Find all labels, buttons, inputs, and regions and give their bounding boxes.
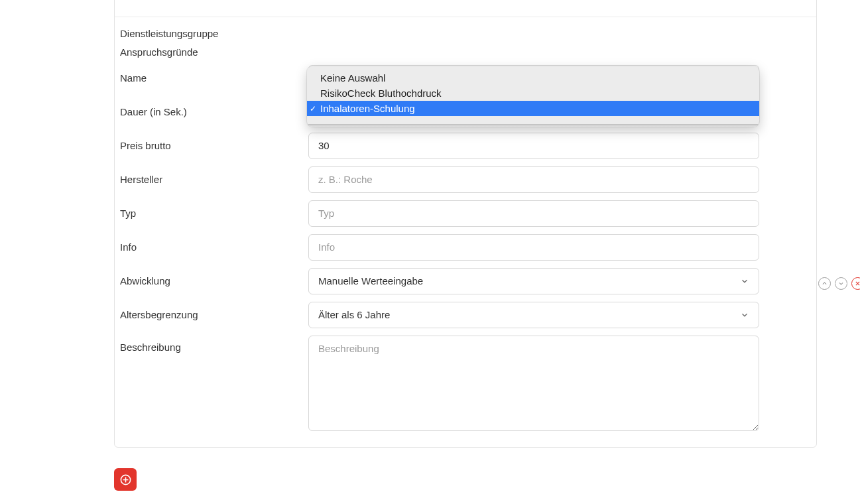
- altersbegrenzung-select[interactable]: Älter als 6 Jahre: [308, 302, 759, 328]
- chevron-down-icon: [740, 277, 749, 286]
- type-input[interactable]: [308, 200, 759, 227]
- form-panel: Keine Auswahl RisikoCheck Bluthochdruck …: [114, 0, 817, 448]
- dropdown-option[interactable]: RisikoCheck Bluthochdruck: [307, 86, 759, 101]
- label-typ: Typ: [115, 208, 308, 219]
- label-beschreibung: Beschreibung: [115, 336, 308, 353]
- dropdown-option-selected[interactable]: ✓ Inhalatoren-Schulung: [307, 101, 759, 116]
- info-input[interactable]: [308, 234, 759, 261]
- dienstleistungsgruppe-dropdown[interactable]: Keine Auswahl RisikoCheck Bluthochdruck …: [307, 66, 759, 127]
- top-row: [115, 0, 816, 17]
- label-info: Info: [115, 241, 308, 253]
- price-input[interactable]: [308, 133, 759, 159]
- label-preis: Preis brutto: [115, 140, 308, 151]
- delete-button[interactable]: [851, 277, 860, 290]
- add-button[interactable]: [114, 468, 137, 491]
- select-value: Älter als 6 Jahre: [318, 309, 390, 320]
- row-actions: [818, 277, 860, 290]
- move-down-button[interactable]: [835, 277, 847, 290]
- dropdown-option-label: Keine Auswahl: [320, 72, 385, 84]
- manufacturer-input[interactable]: [308, 166, 759, 193]
- label-dauer: Dauer (in Sek.): [115, 106, 308, 117]
- move-up-button[interactable]: [818, 277, 831, 290]
- label-abwicklung: Abwicklung: [115, 275, 308, 286]
- chevron-down-icon: [740, 310, 749, 320]
- label-hersteller: Hersteller: [115, 174, 308, 185]
- label-name: Name: [115, 72, 308, 84]
- abwicklung-select[interactable]: Manuelle Werteeingabe: [308, 268, 759, 294]
- dropdown-option-label: RisikoCheck Bluthochdruck: [320, 88, 442, 99]
- label-dienstleistungsgruppe: Dienstleistungsgruppe: [115, 28, 308, 39]
- label-altersbegrenzung: Altersbegrenzung: [115, 309, 308, 320]
- select-value: Manuelle Werteeingabe: [318, 275, 423, 286]
- label-anspruchsgruende: Anspruchsgründe: [115, 46, 308, 58]
- dropdown-option[interactable]: Keine Auswahl: [307, 70, 759, 86]
- description-textarea[interactable]: [308, 336, 759, 431]
- check-icon: ✓: [310, 104, 316, 113]
- dropdown-bottom-edge: [307, 124, 759, 127]
- dropdown-option-label: Inhalatoren-Schulung: [320, 103, 415, 114]
